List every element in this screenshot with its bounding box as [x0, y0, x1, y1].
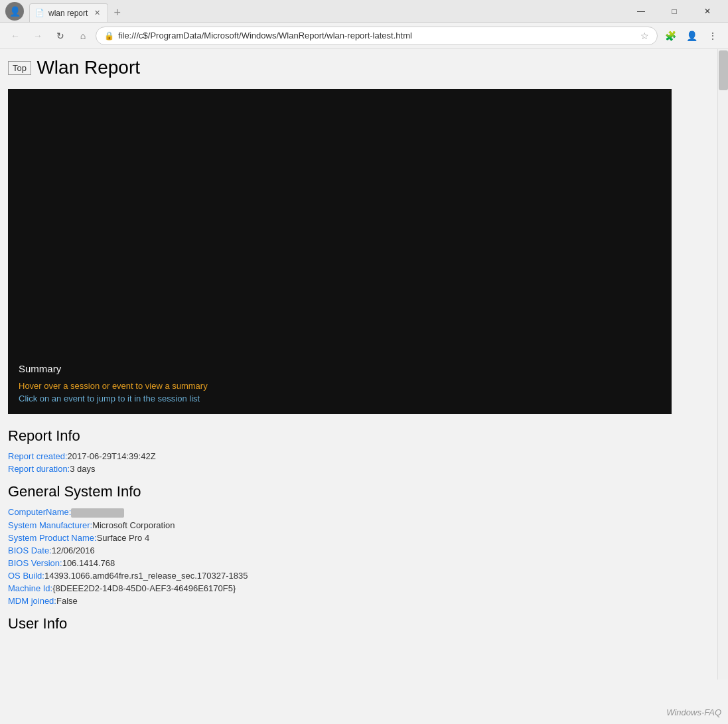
tab-title: wlan report [48, 9, 88, 18]
bookmark-star-icon[interactable]: ☆ [640, 31, 649, 41]
report-created-label: Report created: [8, 451, 68, 461]
page-title: Wlan Report [36, 57, 140, 78]
summary-click-hint: Click on an event to jump to it in the s… [19, 394, 661, 403]
general-system-info-title: General System Info [8, 483, 715, 500]
active-tab[interactable]: 📄 wlan report ✕ [29, 3, 108, 22]
address-bar-row: ← → ↻ ⌂ 🔒 file:///c$/ProgramData/Microso… [0, 23, 728, 49]
os-build-label: OS Build: [8, 571, 44, 581]
report-created-row: Report created:2017-06-29T14:39:42Z [8, 451, 715, 461]
manufacturer-label: System Manufacturer: [8, 520, 92, 530]
bios-date-label: BIOS Date: [8, 545, 52, 555]
product-name-row: System Product Name:Surface Pro 4 [8, 533, 715, 543]
bios-date-value: 12/06/2016 [52, 545, 95, 555]
product-name-label: System Product Name: [8, 533, 97, 543]
lock-icon: 🔒 [104, 31, 114, 40]
forward-button[interactable]: → [28, 26, 48, 46]
bios-version-label: BIOS Version: [8, 558, 62, 568]
bios-version-row: BIOS Version:106.1414.768 [8, 558, 715, 568]
user-info-title: User Info [8, 615, 715, 632]
profile-icon[interactable]: 👤 [5, 2, 24, 21]
machine-id-value: {8DEEE2D2-14D8-45D0-AEF3-46496E6170F5} [52, 583, 236, 593]
watermark: Windows-FAQ [666, 707, 721, 717]
os-build-row: OS Build:14393.1066.amd64fre.rs1_release… [8, 571, 715, 581]
product-name-value: Surface Pro 4 [97, 533, 150, 543]
computer-name-value-blurred [71, 508, 124, 518]
extensions-icon[interactable]: 🧩 [660, 26, 680, 46]
page-content: Top Wlan Report Summary Hover over a ses… [0, 49, 728, 680]
summary-title: Summary [19, 363, 661, 374]
minimize-button[interactable]: — [626, 0, 656, 23]
bios-date-row: BIOS Date:12/06/2016 [8, 545, 715, 555]
chart-area: Summary Hover over a session or event to… [8, 89, 672, 414]
address-bar[interactable]: 🔒 file:///c$/ProgramData/Microsoft/Windo… [96, 27, 658, 45]
address-text: file:///c$/ProgramData/Microsoft/Windows… [118, 31, 636, 40]
report-duration-label: Report duration: [8, 464, 70, 474]
report-duration-value: 3 days [70, 464, 95, 474]
tab-area: 📄 wlan report ✕ + [29, 0, 626, 22]
machine-id-row: Machine Id:{8DEEE2D2-14D8-45D0-AEF3-4649… [8, 583, 715, 593]
machine-id-label: Machine Id: [8, 583, 52, 593]
browser-window: 👤 📄 wlan report ✕ + — □ ✕ ← → ↻ ⌂ 🔒 file… [0, 0, 728, 680]
user-account-icon[interactable]: 👤 [682, 26, 701, 46]
mdm-joined-label: MDM joined: [8, 596, 56, 606]
manufacturer-value: Microsoft Corporation [92, 520, 175, 530]
title-row: Top Wlan Report [8, 57, 715, 78]
summary-hover-hint: Hover over a session or event to view a … [19, 381, 661, 391]
tab-favicon: 📄 [35, 9, 44, 17]
top-button[interactable]: Top [8, 61, 31, 75]
home-button[interactable]: ⌂ [73, 26, 93, 46]
refresh-button[interactable]: ↻ [50, 26, 70, 46]
report-info-title: Report Info [8, 427, 715, 445]
title-bar: 👤 📄 wlan report ✕ + — □ ✕ [0, 0, 728, 23]
tab-close-button[interactable]: ✕ [92, 8, 102, 19]
window-controls: — □ ✕ [626, 0, 723, 23]
maximize-button[interactable]: □ [659, 0, 690, 23]
computer-name-row: ComputerName: [8, 507, 715, 518]
manufacturer-row: System Manufacturer:Microsoft Corporatio… [8, 520, 715, 530]
close-button[interactable]: ✕ [692, 0, 723, 23]
report-created-value: 2017-06-29T14:39:42Z [68, 451, 156, 461]
scrollbar[interactable] [717, 49, 728, 680]
toolbar-icons: 🧩 👤 ⋮ [660, 26, 723, 46]
mdm-joined-row: MDM joined:False [8, 596, 715, 606]
scrollbar-thumb[interactable] [719, 50, 728, 90]
new-tab-button[interactable]: + [108, 3, 126, 22]
mdm-joined-value: False [56, 596, 78, 606]
report-duration-row: Report duration:3 days [8, 464, 715, 474]
back-button[interactable]: ← [5, 26, 25, 46]
bios-version-value: 106.1414.768 [62, 558, 115, 568]
computer-name-label: ComputerName: [8, 507, 71, 517]
os-build-value: 14393.1066.amd64fre.rs1_release_sec.1703… [44, 571, 248, 581]
menu-icon[interactable]: ⋮ [703, 26, 723, 46]
